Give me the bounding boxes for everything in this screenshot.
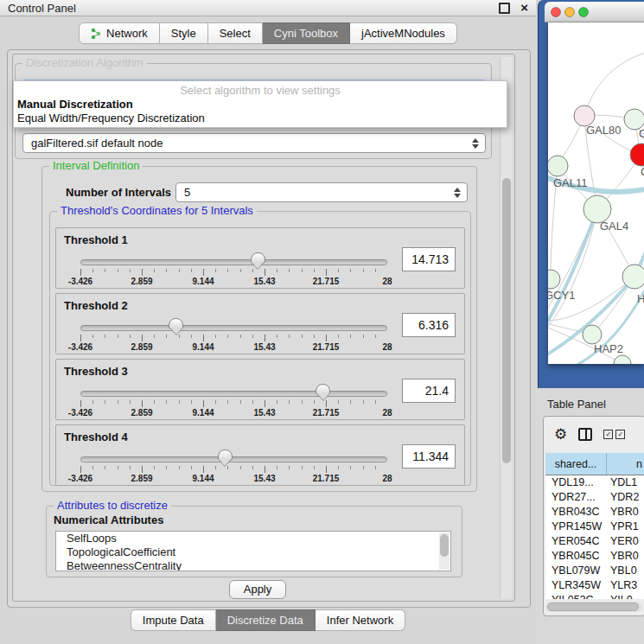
checkbox-icon	[603, 430, 613, 439]
dropdown-item-manual-discretization[interactable]: Manual Discretization	[14, 98, 507, 112]
column-header-shared-name[interactable]: shared...	[545, 453, 607, 475]
table-row[interactable]: YDR27...YDR2	[545, 490, 644, 505]
dropdown-item-equal-width-frequency[interactable]: Equal Width/Frequency Discretization	[14, 112, 507, 125]
control-panel-titlebar: Control Panel ×	[0, 0, 536, 16]
node-hap2[interactable]	[583, 325, 602, 344]
table-row[interactable]: YBL079WYBL0	[545, 564, 644, 578]
network-canvas[interactable]: GAL80 G C GAL11 GAL4 GCY1 H HAP2	[548, 22, 644, 364]
network-window-titlebar	[545, 2, 644, 22]
slider-thumb[interactable]	[218, 450, 233, 461]
list-scrollbar[interactable]	[439, 532, 450, 570]
table-row[interactable]: YIL053CYIL0	[545, 593, 644, 599]
combo-stepper-icon	[454, 188, 461, 198]
threshold-3-value-field[interactable]: 21.4	[402, 379, 456, 403]
column-header-name[interactable]: n	[607, 453, 644, 475]
node-gcy1[interactable]	[548, 270, 560, 289]
node-bottom[interactable]	[614, 355, 631, 364]
numerical-attributes-list: SelfLoops TopologicalCoefficient Between…	[55, 531, 451, 571]
threshold-3-slider[interactable]: -3.426 2.859 9.144 15.43 21.715 28	[80, 386, 387, 420]
list-item[interactable]: BetweennessCentrality	[56, 559, 450, 571]
node-label: GCY1	[548, 289, 575, 302]
slider-thumb[interactable]	[169, 318, 183, 329]
tab-jactivemnodules[interactable]: jActiveMNodules	[350, 22, 457, 44]
close-icon[interactable]: ×	[520, 3, 528, 12]
tab-infer-network[interactable]: Infer Network	[316, 609, 405, 631]
table-panel: Table Panel ⚙ shared... n YDL19...YDL1 Y…	[536, 388, 644, 644]
table-row[interactable]: YBR043CYBR0	[545, 505, 644, 520]
node-gal11[interactable]	[548, 156, 568, 176]
cyni-toolbox-pane: Discretization Algorithm Select algorith…	[7, 49, 531, 608]
number-of-intervals-combobox[interactable]: 5	[175, 182, 468, 202]
group-title: Discretization Algorithm	[22, 57, 147, 69]
slider-thumb[interactable]	[316, 384, 330, 395]
table-row[interactable]: YBR045CYBR0	[545, 549, 644, 564]
gear-icon[interactable]: ⚙	[554, 427, 567, 442]
zoom-traffic-light[interactable]	[579, 8, 589, 17]
cyni-bottom-tabs: Impute Data Discretize Data Infer Networ…	[0, 607, 536, 633]
threshold-2-panel: Threshold 2 -3.426 2.859 9.144 15.43	[55, 293, 465, 354]
attributes-group: Attributes to discretize Numerical Attri…	[46, 506, 462, 577]
table-data-combobox[interactable]: galFiltered.sif default node	[22, 133, 486, 153]
discretization-algorithm-group: Discretization Algorithm Select algorith…	[15, 63, 492, 118]
traffic-lights	[545, 2, 593, 22]
group-title: Threshold's Coordinates for 5 Intervals	[57, 205, 257, 217]
group-title: Attributes to discretize	[54, 500, 171, 512]
panel-vertical-scrollbar[interactable]	[500, 57, 512, 598]
slider-ticks	[80, 335, 387, 341]
table-row[interactable]: YDL19...YDL1	[545, 475, 644, 490]
node-label: GAL80	[586, 124, 621, 137]
threshold-label: Threshold 4	[64, 430, 128, 443]
threshold-1-value-field[interactable]: 14.713	[402, 247, 456, 271]
minimize-traffic-light[interactable]	[565, 8, 575, 17]
scrollbar-thumb[interactable]	[547, 603, 639, 611]
tab-style[interactable]: Style	[160, 22, 208, 44]
threshold-1-slider[interactable]: -3.426 2.859 9.144 15.43 21.715 28	[80, 254, 387, 289]
control-panel-tabs: Network Style Select Cyni Toolbox jActiv…	[0, 19, 536, 47]
table-horizontal-scrollbar[interactable]	[546, 602, 642, 612]
scrollbar-thumb[interactable]	[502, 178, 511, 463]
slider-track[interactable]	[80, 325, 387, 331]
list-item[interactable]: SelfLoops	[56, 532, 450, 545]
slider-thumb[interactable]	[251, 252, 265, 264]
interval-definition-group: Interval Definition Number of Intervals …	[41, 166, 477, 492]
tab-discretize-data[interactable]: Discretize Data	[216, 609, 316, 631]
slider-track[interactable]	[80, 456, 387, 462]
node-h[interactable]	[622, 265, 644, 289]
node-label: GAL4	[600, 220, 628, 233]
group-title: Interval Definition	[49, 160, 143, 172]
threshold-2-slider[interactable]: -3.426 2.859 9.144 15.43 21.715 28	[80, 320, 387, 354]
slider-track[interactable]	[80, 259, 387, 265]
tab-network[interactable]: Network	[79, 22, 160, 44]
control-panel-window: Control Panel ×	[0, 0, 536, 644]
threshold-2-value-field[interactable]: 6.316	[402, 313, 456, 337]
table-header-row: shared... n	[545, 453, 644, 475]
slider-track[interactable]	[80, 391, 387, 397]
threshold-4-value-field[interactable]: 11.344	[402, 444, 456, 469]
tab-cyni-toolbox[interactable]: Cyni Toolbox	[263, 22, 350, 44]
table-row[interactable]: YPR145WYPR1	[545, 520, 644, 534]
tab-impute-data[interactable]: Impute Data	[131, 609, 216, 631]
thresholds-group: Threshold's Coordinates for 5 Intervals …	[49, 211, 471, 486]
close-traffic-light[interactable]	[552, 8, 561, 17]
list-item[interactable]: TopologicalCoefficient	[56, 545, 450, 559]
node-selected-red[interactable]	[630, 143, 644, 166]
window-title: Control Panel	[8, 2, 76, 15]
split-columns-icon[interactable]	[578, 428, 592, 441]
discretize-form: Discretization Algorithm Select algorith…	[12, 54, 515, 602]
node-label: G	[639, 127, 644, 140]
slider-ticks	[80, 400, 387, 407]
table-row[interactable]: YER054CYER0	[545, 534, 644, 549]
threshold-4-slider[interactable]: -3.426 2.859 9.144 15.43 21.715 28	[80, 451, 387, 486]
table-rows: YDL19...YDL1 YDR27...YDR2 YBR043CYBR0 YP…	[545, 475, 644, 599]
tab-select[interactable]: Select	[208, 22, 263, 44]
column-visibility-icons[interactable]	[603, 430, 625, 439]
float-window-icon[interactable]	[499, 3, 510, 14]
combo-value: galFiltered.sif default node	[31, 137, 163, 150]
slider-ticks	[80, 269, 387, 276]
network-icon	[91, 28, 101, 39]
table-row[interactable]: YLR345WYLR3	[545, 578, 644, 593]
node-label: GAL11	[553, 176, 588, 189]
node-label: HAP2	[594, 342, 623, 355]
algorithm-dropdown-popup: Select algorithm to view settings Manual…	[13, 80, 507, 128]
apply-button[interactable]: Apply	[229, 580, 286, 599]
